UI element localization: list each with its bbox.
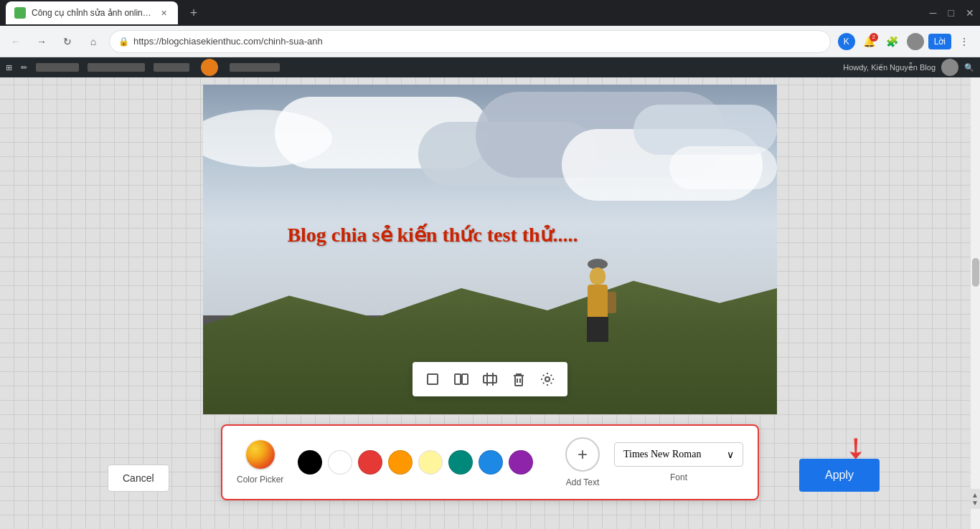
swatch-teal[interactable] — [448, 450, 473, 475]
wp-pencil-icon[interactable]: ✏ — [21, 63, 27, 72]
notification-badge: 2 — [870, 33, 878, 42]
color-picker-button[interactable] — [246, 440, 275, 469]
scrollbar-thumb[interactable] — [972, 258, 979, 287]
swatch-yellow[interactable] — [418, 450, 443, 475]
wp-item-1[interactable] — [36, 63, 79, 72]
plus-icon: + — [578, 444, 588, 464]
person-torso — [588, 285, 608, 320]
svg-rect-0 — [428, 374, 438, 384]
url-text: https://blogchiasekienthuc.com/chinh-sua… — [133, 36, 821, 47]
extensions-icon[interactable]: 🧩 — [882, 32, 903, 52]
wp-bar-right: Howdy, Kiến Nguyễn Blog 🔍 — [843, 59, 974, 76]
swatch-black[interactable] — [298, 450, 322, 475]
wp-item-4[interactable] — [230, 63, 280, 72]
clouds-layer — [203, 85, 777, 332]
toolbar-icons: K 🔔2 🧩 Lời ⋮ — [837, 32, 974, 52]
person-figure — [580, 256, 616, 342]
cancel-button[interactable]: Cancel — [108, 464, 169, 492]
image-toolbar — [413, 362, 567, 396]
swatch-orange[interactable] — [388, 450, 413, 475]
notification-icon[interactable]: 🔔2 — [859, 32, 880, 52]
forward-button[interactable]: → — [32, 32, 52, 52]
back-button[interactable]: ← — [6, 32, 26, 52]
wp-avatar — [201, 59, 218, 76]
swatch-blue[interactable] — [479, 450, 503, 475]
color-picker-label: Color Picker — [237, 475, 283, 485]
wp-howdy-text: Howdy, Kiến Nguyễn Blog — [843, 63, 936, 72]
font-label: Font — [670, 472, 687, 482]
home-button[interactable]: ⌂ — [83, 32, 103, 52]
color-swatches — [298, 450, 533, 475]
wp-logo[interactable]: ⊞ — [6, 63, 12, 72]
svg-rect-1 — [455, 374, 461, 384]
resize-tool[interactable] — [479, 368, 501, 391]
swatch-white[interactable] — [328, 450, 352, 475]
menu-icon[interactable]: ⋮ — [954, 32, 974, 52]
split-tool[interactable] — [450, 368, 473, 391]
svg-rect-6 — [515, 376, 522, 386]
crop-tool[interactable] — [421, 368, 444, 391]
tab-title: Công cụ chỉnh sửa ảnh online - E... — [32, 8, 154, 18]
apply-button[interactable]: Apply — [799, 459, 880, 492]
cloud-7 — [669, 146, 777, 189]
swatch-purple[interactable] — [509, 450, 533, 475]
avatar-icon[interactable] — [905, 32, 925, 52]
address-bar[interactable]: 🔒 https://blogchiasekienthuc.com/chinh-s… — [109, 30, 831, 53]
font-selector-button[interactable]: Times New Roman ∨ — [614, 442, 743, 467]
browser-tab[interactable]: Công cụ chỉnh sửa ảnh online - E... ✕ — [6, 1, 178, 24]
canvas-area: Blog chia sẻ kiến thức test thử..... — [0, 77, 980, 529]
add-text-label: Add Text — [566, 477, 599, 487]
close-window-button[interactable]: ✕ — [966, 7, 974, 19]
settings-tool[interactable] — [536, 368, 559, 391]
person-legs — [587, 317, 608, 342]
window-controls: ─ □ ✕ — [930, 7, 974, 19]
person-head — [590, 267, 606, 285]
profile-icon[interactable]: K — [837, 32, 857, 52]
minimize-button[interactable]: ─ — [930, 7, 937, 19]
main-content: Blog chia sẻ kiến thức test thử..... — [0, 77, 980, 529]
svg-rect-3 — [484, 376, 496, 383]
font-section: Times New Roman ∨ Font — [614, 442, 743, 482]
lock-icon: 🔒 — [118, 37, 129, 47]
wp-user-avatar — [941, 59, 958, 76]
image-text-overlay[interactable]: Blog chia sẻ kiến thức test thử..... — [287, 223, 578, 247]
wordpress-admin-bar: ⊞ ✏ Howdy, Kiến Nguyễn Blog 🔍 — [0, 57, 980, 77]
tab-close-button[interactable]: ✕ — [159, 7, 169, 19]
dropdown-arrow-icon: ∨ — [727, 449, 734, 460]
svg-rect-2 — [462, 374, 468, 384]
wp-item-2[interactable] — [88, 63, 145, 72]
scroll-up-button[interactable]: ▲▼ — [970, 489, 980, 509]
browser-toolbar: ← → ↻ ⌂ 🔒 https://blogchiasekienthuc.com… — [0, 26, 980, 57]
maximize-button[interactable]: □ — [948, 7, 954, 19]
add-text-section: + Add Text — [565, 437, 600, 487]
font-name-text: Times New Roman — [623, 449, 721, 460]
wp-search-icon[interactable]: 🔍 — [964, 63, 974, 72]
login-button[interactable]: Lời — [928, 34, 951, 49]
tab-favicon — [14, 7, 26, 19]
bottom-panel: Color Picker + Add Text — [221, 424, 759, 500]
add-text-button[interactable]: + — [565, 437, 600, 472]
browser-titlebar: Công cụ chỉnh sửa ảnh online - E... ✕ + … — [0, 0, 980, 26]
delete-tool[interactable] — [507, 368, 530, 391]
wp-item-3[interactable] — [154, 63, 189, 72]
refresh-button[interactable]: ↻ — [57, 32, 77, 52]
svg-point-9 — [545, 377, 550, 381]
new-tab-button[interactable]: + — [184, 3, 204, 23]
color-picker-section: Color Picker — [237, 440, 283, 485]
scrollbar[interactable]: ▲▼ — [970, 77, 980, 529]
swatch-red[interactable] — [358, 450, 382, 475]
